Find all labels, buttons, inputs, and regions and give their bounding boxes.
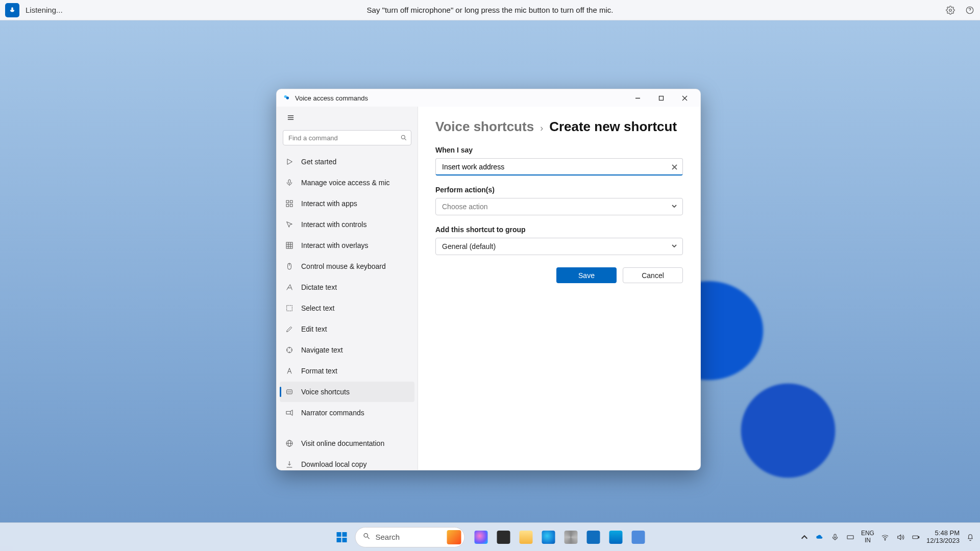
breadcrumb-root[interactable]: Voice shortcuts <box>435 119 534 135</box>
svg-line-12 <box>405 139 406 140</box>
app-icon <box>283 94 291 102</box>
sidebar-item-label: Interact with controls <box>301 220 366 229</box>
hamburger-button[interactable] <box>282 110 299 125</box>
sidebar-item-format[interactable]: Format text <box>280 361 414 381</box>
svg-rect-18 <box>290 204 292 207</box>
sidebar-item-voice-shortcuts[interactable]: Voice shortcuts <box>280 382 414 402</box>
maximize-button[interactable] <box>649 89 673 107</box>
svg-rect-48 <box>918 536 919 538</box>
format-icon <box>285 366 294 375</box>
svg-rect-26 <box>287 306 292 311</box>
sidebar-item-narrator[interactable]: Narrator commands <box>280 403 414 423</box>
taskbar-copilot[interactable] <box>471 527 492 547</box>
svg-marker-13 <box>287 159 292 165</box>
sidebar-item-interact-overlays[interactable]: Interact with overlays <box>280 235 414 256</box>
navigate-icon <box>285 345 294 355</box>
globe-icon <box>285 439 294 448</box>
sidebar-item-get-started[interactable]: Get started <box>280 152 414 172</box>
taskbar-voice-access[interactable] <box>606 527 626 547</box>
shortcuts-icon <box>285 387 294 396</box>
sidebar-item-edit[interactable]: Edit text <box>280 319 414 339</box>
add-to-group-label: Add this shortcut to group <box>435 226 683 234</box>
search-input[interactable] <box>283 130 411 145</box>
clear-input-button[interactable] <box>670 162 679 171</box>
breadcrumb-leaf: Create new shortcut <box>549 119 677 135</box>
when-i-say-input[interactable] <box>435 158 683 176</box>
windows-icon <box>336 531 348 543</box>
sidebar-item-label: Get started <box>301 158 336 166</box>
settings-icon[interactable] <box>945 5 955 15</box>
taskbar-file-explorer[interactable] <box>516 527 536 547</box>
choose-action-select[interactable]: Choose action <box>435 198 683 215</box>
cancel-button[interactable]: Cancel <box>623 267 683 283</box>
narrator-icon <box>285 408 294 417</box>
microphone-tray-icon[interactable] <box>830 533 840 542</box>
breadcrumb: Voice shortcuts › Create new shortcut <box>435 119 683 135</box>
svg-point-46 <box>885 539 885 540</box>
sidebar-item-label: Control mouse & keyboard <box>301 262 386 270</box>
onedrive-icon[interactable] <box>815 533 824 542</box>
svg-rect-19 <box>286 242 292 248</box>
save-button[interactable]: Save <box>556 267 617 283</box>
svg-rect-14 <box>288 180 290 183</box>
chevron-down-icon <box>671 203 677 211</box>
svg-rect-17 <box>286 204 289 207</box>
system-tray: ENG IN 5:48 PM 12/13/2023 <box>800 530 975 544</box>
microphone-icon <box>9 7 16 14</box>
search-icon[interactable] <box>399 133 408 142</box>
volume-icon[interactable] <box>896 533 905 542</box>
sidebar-item-label: Manage voice access & mic <box>301 179 390 187</box>
window-titlebar[interactable]: Voice access commands <box>277 89 700 107</box>
search-icon <box>363 532 371 542</box>
svg-rect-45 <box>847 535 853 539</box>
taskbar-settings[interactable] <box>561 527 581 547</box>
sidebar-item-download[interactable]: Download local copy <box>280 454 414 470</box>
taskbar-store[interactable] <box>583 527 604 547</box>
group-select[interactable]: General (default) <box>435 238 683 255</box>
apps-icon <box>285 199 294 208</box>
download-icon <box>285 460 294 469</box>
taskbar-task-view[interactable] <box>494 527 514 547</box>
sidebar-item-dictate[interactable]: Dictate text <box>280 277 414 297</box>
language-indicator[interactable]: ENG IN <box>861 530 874 543</box>
lang-bottom: IN <box>861 537 874 544</box>
battery-icon[interactable] <box>911 533 920 542</box>
sidebar-item-navigate[interactable]: Navigate text <box>280 340 414 360</box>
select-icon <box>285 304 294 313</box>
tray-overflow-button[interactable] <box>800 533 809 542</box>
wifi-icon[interactable] <box>880 533 890 542</box>
help-icon[interactable] <box>965 5 975 15</box>
svg-point-11 <box>401 135 405 139</box>
sidebar-item-select[interactable]: Select text <box>280 298 414 318</box>
sidebar-item-manage-mic[interactable]: Manage voice access & mic <box>280 172 414 193</box>
sidebar-item-label: Download local copy <box>301 460 366 468</box>
taskbar-edge[interactable] <box>538 527 559 547</box>
chevron-down-icon <box>671 242 677 251</box>
perform-actions-label: Perform action(s) <box>435 186 683 194</box>
svg-rect-47 <box>913 536 918 538</box>
microphone-button[interactable] <box>5 3 19 17</box>
sidebar-item-interact-controls[interactable]: Interact with controls <box>280 214 414 235</box>
sidebar-item-docs[interactable]: Visit online documentation <box>280 433 414 454</box>
close-button[interactable] <box>673 89 696 107</box>
sidebar-item-label: Edit text <box>301 325 327 333</box>
chevron-right-icon: › <box>540 123 543 134</box>
notifications-icon[interactable] <box>966 533 975 542</box>
svg-rect-41 <box>342 538 347 542</box>
search-highlight-icon <box>447 530 461 544</box>
mouse-icon <box>285 262 294 271</box>
taskbar-app[interactable] <box>628 527 649 547</box>
sidebar-item-label: Interact with overlays <box>301 241 369 249</box>
dictate-icon <box>285 283 294 292</box>
keyboard-tray-icon[interactable] <box>846 533 855 542</box>
start-button[interactable] <box>332 527 352 547</box>
play-icon <box>285 157 294 166</box>
content-area: Voice shortcuts › Create new shortcut Wh… <box>418 107 700 470</box>
sidebar-item-mouse-keyboard[interactable]: Control mouse & keyboard <box>280 256 414 277</box>
search-placeholder: Search <box>376 533 400 541</box>
sidebar-item-interact-apps[interactable]: Interact with apps <box>280 193 414 214</box>
svg-rect-39 <box>342 532 347 537</box>
clock[interactable]: 5:48 PM 12/13/2023 <box>926 530 960 544</box>
taskbar-search[interactable]: Search <box>355 527 465 547</box>
minimize-button[interactable] <box>626 89 649 107</box>
